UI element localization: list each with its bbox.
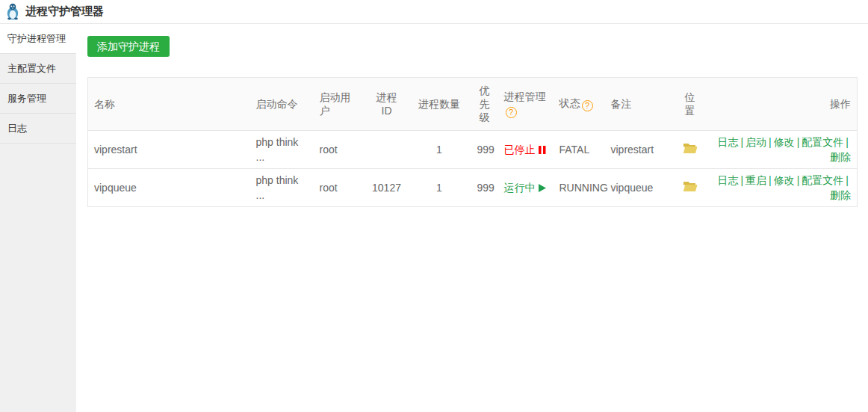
top-bar: 进程守护管理器 (0, 0, 868, 24)
action-modify-link[interactable]: 修改 (774, 135, 795, 150)
cell-operations: 日志|重启|修改|配置文件|删除 (705, 169, 858, 207)
col-header-status-label: 状态 (559, 97, 580, 109)
col-header-location: 位置 (675, 78, 705, 131)
action-separator: | (846, 136, 849, 148)
action-separator: | (797, 174, 800, 186)
sidebar-item-daemon-management[interactable]: 守护进程管理 (0, 24, 76, 54)
action-separator: | (769, 174, 772, 186)
action-separator: | (769, 136, 772, 148)
action-restart-link[interactable]: 重启 (745, 173, 766, 188)
cell-count: 1 (408, 169, 471, 207)
pause-icon[interactable] (539, 143, 546, 158)
cell-command: php think ... (250, 131, 314, 169)
col-header-count: 进程数量 (408, 78, 471, 131)
cell-location (675, 169, 705, 207)
cell-priority: 999 (471, 131, 498, 169)
col-header-name: 名称 (88, 78, 250, 131)
col-header-pid: 进程ID (366, 78, 408, 131)
process-table: 名称 启动命令 启动用户 进程ID 进程数量 优先级 进程管理? 状态? 备注 … (87, 77, 858, 207)
status-help-icon[interactable]: ? (582, 100, 593, 111)
action-separator: | (740, 136, 743, 148)
cell-priority: 999 (471, 169, 498, 207)
action-separator: | (846, 174, 849, 186)
cell-name: viprestart (88, 131, 250, 169)
main-content: 添加守护进程 名称 启动命令 启动用户 进程ID 进程数量 优先级 进程管理? … (76, 24, 868, 412)
cell-pid (366, 131, 408, 169)
action-delete-link[interactable]: 删除 (830, 188, 851, 203)
cell-user: root (314, 131, 366, 169)
cell-status: RUNNING (554, 169, 605, 207)
app-title: 进程守护管理器 (25, 4, 104, 19)
cell-user: root (314, 169, 366, 207)
add-daemon-button[interactable]: 添加守护进程 (87, 36, 170, 57)
action-separator: | (740, 174, 743, 186)
status-label: 运行中 (504, 182, 536, 194)
action-config-link[interactable]: 配置文件 (802, 135, 843, 150)
status-badge: 已停止 (504, 144, 546, 156)
cell-manage: 已停止 (498, 131, 554, 169)
col-header-status: 状态? (554, 78, 605, 131)
status-label: 已停止 (504, 144, 536, 156)
cell-remark: viprestart (605, 131, 675, 169)
cell-count: 1 (408, 131, 471, 169)
cell-command: php think ... (250, 169, 314, 207)
action-log-link[interactable]: 日志 (717, 173, 738, 188)
col-header-user: 启动用户 (314, 78, 366, 131)
cell-pid: 10127 (366, 169, 408, 207)
cell-status: FATAL (554, 131, 605, 169)
manage-help-icon[interactable]: ? (506, 107, 517, 118)
sidebar-item-logs[interactable]: 日志 (0, 114, 76, 144)
cell-manage: 运行中 (498, 169, 554, 207)
table-row: viprestart php think ... root 1 999 已停止 … (88, 131, 858, 169)
col-header-priority: 优先级 (471, 78, 498, 131)
cell-remark: vipqueue (605, 169, 675, 207)
cell-name: vipqueue (88, 169, 250, 207)
col-header-manage: 进程管理? (498, 78, 554, 131)
open-folder-icon[interactable] (683, 142, 698, 154)
sidebar-item-service-management[interactable]: 服务管理 (0, 84, 76, 114)
play-icon[interactable] (539, 181, 546, 196)
col-header-manage-label: 进程管理 (504, 90, 546, 102)
cell-operations: 日志|启动|修改|配置文件|删除 (705, 131, 858, 169)
status-badge: 运行中 (504, 182, 546, 194)
action-separator: | (797, 136, 800, 148)
action-start-link[interactable]: 启动 (745, 135, 766, 150)
col-header-remark: 备注 (605, 78, 675, 131)
col-header-operations: 操作 (705, 78, 858, 131)
action-log-link[interactable]: 日志 (717, 135, 738, 150)
table-header-row: 名称 启动命令 启动用户 进程ID 进程数量 优先级 进程管理? 状态? 备注 … (88, 78, 858, 131)
sidebar-item-main-config[interactable]: 主配置文件 (0, 54, 76, 84)
action-delete-link[interactable]: 删除 (830, 150, 851, 165)
linux-penguin-icon (5, 3, 22, 21)
action-modify-link[interactable]: 修改 (774, 173, 795, 188)
sidebar: 守护进程管理 主配置文件 服务管理 日志 (0, 24, 76, 412)
col-header-command: 启动命令 (250, 78, 314, 131)
action-config-link[interactable]: 配置文件 (802, 173, 843, 188)
table-row: vipqueue php think ... root 10127 1 999 … (88, 169, 858, 207)
open-folder-icon[interactable] (683, 180, 698, 192)
cell-location (675, 131, 705, 169)
